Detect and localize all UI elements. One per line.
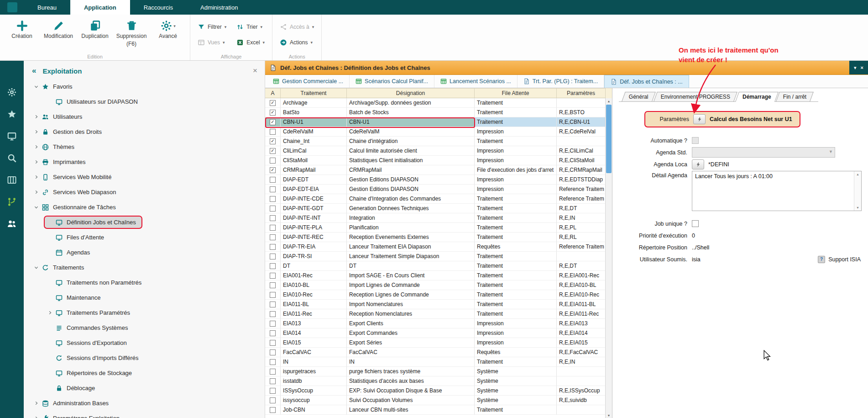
actions-button[interactable]: Actions ▾ [277, 38, 317, 47]
row-checkbox[interactable] [270, 196, 276, 202]
row-checkbox[interactable] [270, 311, 276, 317]
modules-icon[interactable] [7, 87, 17, 97]
job-unique-checkbox[interactable] [692, 220, 699, 227]
chevron-right-icon[interactable] [33, 144, 40, 150]
row-checkbox[interactable]: ✓ [270, 167, 276, 173]
sidebar-item-utilisateurs-sur-diapason[interactable]: Utilisateurs sur DIAPASON [44, 95, 144, 108]
panel-tab-demarrage[interactable]: Démarrage [735, 92, 779, 102]
row-checkbox[interactable] [270, 263, 276, 269]
close-sidebar-icon[interactable]: × [253, 66, 257, 75]
detail-agenda-textarea[interactable]: Lancer Tous les jours : A 01:00 ▲ ▼ [692, 171, 862, 211]
table-row-eia011-bl[interactable]: EIA011-BLImport NomenclaturesTraitementR… [265, 300, 612, 309]
sidebar-item-parametrage-exploitation[interactable]: Paramétrage Exploitation [30, 412, 126, 418]
row-checkbox[interactable] [270, 321, 276, 327]
sidebar-item-services-web-diapason[interactable]: Services Web Diapason [30, 185, 123, 199]
table-row-chaine-int[interactable]: ✓Chaine_IntChaine d'intégrationTraitemen… [265, 137, 612, 146]
column-header-parametres[interactable]: Paramètres [557, 88, 606, 98]
table-row-eia011-rec[interactable]: EIA011-RecReception NomenclaturesTraitem… [265, 309, 612, 319]
menu-tab-raccourcis[interactable]: Raccourcis [130, 0, 187, 15]
app-logo-icon[interactable] [7, 2, 17, 12]
branch-icon[interactable] [7, 197, 17, 207]
chevron-down-icon[interactable] [33, 265, 40, 270]
sidebar-item-administration-bases[interactable]: Administration Bases [30, 397, 115, 410]
row-checkbox[interactable]: ✓ [270, 119, 276, 125]
table-row-dt[interactable]: DTDTTraitementR,E,DT [265, 261, 612, 271]
table-row-eia010-rec[interactable]: EIA010-RecReception Lignes de CommandeTr… [265, 290, 612, 300]
table-row-diap-inte-rec[interactable]: DIAP-INTE-RECReception Evenements Extern… [265, 233, 612, 242]
table-row-eia010-bl[interactable]: EIA010-BLImport Lignes de CommandeTraite… [265, 280, 612, 290]
lightning-button[interactable] [693, 114, 706, 124]
acces-a-button[interactable]: Accès à ▾ [277, 22, 317, 32]
duplication-button[interactable]: Duplication [78, 18, 112, 48]
table-scrollbar[interactable]: ▲ ▼ [605, 98, 612, 418]
table-row-diap-edt-eia[interactable]: DIAP-EDT-EIAGestion Editions DIAPASONImp… [265, 185, 612, 194]
favorites-icon[interactable] [7, 109, 17, 119]
menu-tab-bureau[interactable]: Bureau [24, 0, 70, 15]
row-checkbox[interactable] [270, 215, 276, 221]
desktop-icon[interactable] [7, 131, 17, 141]
avance-button[interactable]: ▾ Avancé [151, 18, 185, 48]
table-row-batsto[interactable]: ✓BatStoBatch de StocksTraitementR,E,BSTO [265, 108, 612, 117]
excel-button[interactable]: Excel ▾ [234, 38, 267, 47]
chevron-down-icon[interactable] [33, 205, 40, 210]
row-checkbox[interactable]: ✓ [270, 148, 276, 154]
suppression-button[interactable]: Suppression (F6) [114, 18, 149, 48]
table-row-job-cbn[interactable]: Job-CBNLanceur CBN multi-sitesTraitement [265, 405, 612, 415]
row-checkbox[interactable]: ✓ [270, 110, 276, 116]
chevron-down-icon[interactable] [33, 84, 40, 90]
row-checkbox[interactable] [270, 292, 276, 298]
trier-button[interactable]: Trier ▾ [234, 22, 267, 32]
row-checkbox[interactable]: ✓ [270, 100, 276, 106]
menu-tab-administration[interactable]: Administration [187, 0, 251, 15]
document-tab-gestion-commerciale[interactable]: Gestion Commerciale ... [267, 75, 350, 88]
document-tab-trt-par-plg-traitem[interactable]: Trt. Par. (PLG) : Traitem... [518, 75, 604, 88]
table-row-diap-tr-si[interactable]: DIAP-TR-SILanceur Traitement Simple Diap… [265, 252, 612, 261]
sidebar-item-sessions-d-imports-differes[interactable]: Sessions d'Imports Différés [44, 351, 145, 365]
close-window-icon[interactable]: × [861, 65, 863, 70]
table-row-diap-tr-eia[interactable]: DIAP-TR-EIALanceur Traitement EIA Diapas… [265, 242, 612, 252]
user-admin-icon[interactable] [7, 219, 17, 229]
sidebar-item-agendas[interactable]: Agendas [44, 246, 96, 259]
sidebar-item-commandes-systemes[interactable]: Commandes Systèmes [44, 321, 134, 334]
row-checkbox[interactable] [270, 244, 276, 250]
table-row-diap-inte-gdt[interactable]: DIAP-INTE-GDTGeneration Donnees Techniqu… [265, 204, 612, 213]
sidebar-item-gestion-des-droits[interactable]: Gestion des Droits [30, 125, 108, 138]
chevron-right-icon[interactable] [33, 159, 40, 165]
row-checkbox[interactable] [270, 234, 276, 240]
modification-button[interactable]: Modification [41, 18, 76, 48]
menu-tab-application[interactable]: Application [70, 0, 130, 15]
row-checkbox[interactable]: ✓ [270, 138, 276, 144]
row-checkbox[interactable] [270, 282, 276, 288]
scroll-up-icon[interactable]: ▲ [854, 173, 861, 176]
table-row-eia013[interactable]: EIA013Export ClientsImpressionR,E,EIA013 [265, 319, 612, 328]
panel-tab-general[interactable]: Général [622, 92, 655, 101]
search-icon[interactable] [7, 153, 17, 163]
automatique-checkbox[interactable] [692, 137, 699, 144]
scroll-down-icon[interactable]: ▼ [606, 414, 612, 417]
chevron-right-icon[interactable] [47, 310, 53, 316]
scroll-down-icon[interactable]: ▼ [854, 206, 861, 209]
column-header-a[interactable]: A [265, 88, 281, 98]
collapse-sidebar-icon[interactable]: « [32, 66, 36, 75]
agenda-std-select[interactable]: ▼ [692, 147, 835, 158]
row-checkbox[interactable] [270, 330, 276, 336]
row-checkbox[interactable] [270, 378, 276, 384]
data-tables-icon[interactable] [7, 175, 17, 185]
row-checkbox[interactable] [270, 206, 276, 212]
table-row-eia014[interactable]: EIA014Export CommandesImpressionR,E,EIA0… [265, 328, 612, 338]
row-checkbox[interactable] [270, 186, 276, 192]
table-row-clistamoil[interactable]: CliStaMoilStatistiques Client initialisa… [265, 156, 612, 165]
column-header-file-attente[interactable]: File Attente [475, 88, 557, 98]
row-checkbox[interactable] [270, 369, 276, 375]
sidebar-item-imprimantes[interactable]: Imprimantes [30, 155, 92, 169]
table-row-ispurgetraces[interactable]: ispurgetracespurge fichiers traces systè… [265, 367, 612, 376]
table-row-eia015[interactable]: EIA015Export SériesImpressionR,E,EIA015 [265, 338, 612, 348]
table-row-diap-edt[interactable]: DIAP-EDTGestion Editions DIAPASONImpress… [265, 175, 612, 185]
chevron-right-icon[interactable] [33, 416, 40, 418]
row-checkbox[interactable] [270, 397, 276, 403]
chevron-right-icon[interactable] [33, 401, 40, 406]
table-row-diap-inte-pla[interactable]: DIAP-INTE-PLAPlanificationTraitementR,E,… [265, 223, 612, 233]
parametres-field[interactable]: Paramètres Calcul des Besoins Net sur U1 [644, 111, 800, 127]
sidebar-item-repertoires-de-stockage[interactable]: Répertoires de Stockage [44, 366, 138, 380]
panel-tab-fin-arret[interactable]: Fin / arrêt [776, 92, 814, 101]
